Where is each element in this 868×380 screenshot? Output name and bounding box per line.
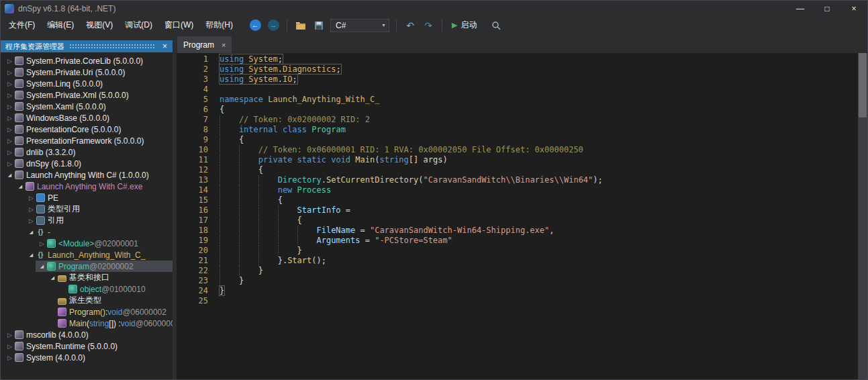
tree-item[interactable]: 派生类型: [1, 295, 173, 306]
line-number[interactable]: 24: [177, 286, 220, 296]
tree-item[interactable]: Main(string[]) : void @06000001: [1, 318, 173, 329]
code-line[interactable]: 8internal class Program: [177, 125, 858, 135]
tab-program[interactable]: Program ×: [177, 36, 232, 53]
tree-item[interactable]: ▷mscorlib (4.0.0.0): [1, 329, 173, 340]
line-number[interactable]: 15: [177, 195, 220, 205]
line-number[interactable]: 18: [177, 226, 220, 236]
code-line[interactable]: 25: [177, 296, 858, 306]
expand-icon[interactable]: ▷: [5, 138, 14, 144]
expand-icon[interactable]: ▷: [5, 69, 14, 76]
tree-item[interactable]: ◢基类和接口: [1, 272, 173, 283]
maximize-button[interactable]: □: [814, 1, 840, 16]
tree-item[interactable]: ▷System.Private.CoreLib (5.0.0.0): [1, 55, 173, 66]
expand-icon[interactable]: ▷: [5, 103, 14, 110]
expand-icon[interactable]: ▷: [27, 195, 36, 201]
line-number[interactable]: 2: [177, 64, 220, 75]
tree-item[interactable]: ▷WindowsBase (5.0.0.0): [1, 112, 173, 124]
code-line[interactable]: 1using System;: [177, 54, 858, 64]
tree-item[interactable]: ▷引用: [1, 215, 173, 226]
tree-item[interactable]: ▷System.Xaml (5.0.0.0): [1, 101, 173, 112]
tree-item[interactable]: ◢{}-: [1, 226, 173, 238]
code-line[interactable]: 23}: [177, 276, 858, 286]
line-number[interactable]: 3: [177, 75, 220, 85]
scrollbar-thumb[interactable]: [859, 53, 867, 117]
collapse-icon[interactable]: ◢: [27, 230, 36, 235]
code-line[interactable]: 6{: [177, 105, 858, 115]
tree-item[interactable]: ▷dnSpy (6.1.8.0): [1, 158, 173, 169]
line-number[interactable]: 4: [177, 85, 220, 95]
line-number[interactable]: 5: [177, 95, 220, 105]
code-line[interactable]: 21}.Start();: [177, 256, 858, 266]
expand-icon[interactable]: ▷: [5, 343, 14, 350]
code-line[interactable]: 17{: [177, 216, 858, 226]
undo-button[interactable]: ↶: [403, 18, 417, 33]
assembly-explorer-header[interactable]: 程序集资源管理器 ×: [1, 40, 173, 52]
menu-item[interactable]: 帮助(H): [199, 16, 239, 34]
code-line[interactable]: 11private static void Main(string[] args…: [177, 155, 858, 165]
tree-item[interactable]: ◢{}Launch_Anything_With_C_: [1, 249, 173, 260]
expand-icon[interactable]: ▷: [5, 354, 14, 361]
expand-icon[interactable]: ▷: [38, 240, 46, 247]
line-number[interactable]: 16: [177, 205, 220, 216]
code-line[interactable]: 13Directory.SetCurrentDirectory("Caravan…: [177, 175, 858, 185]
code-line[interactable]: 2using System.Diagnostics;: [177, 64, 858, 75]
line-number[interactable]: 14: [177, 185, 220, 195]
expand-icon[interactable]: ▷: [5, 332, 14, 338]
expand-icon[interactable]: ▷: [5, 115, 14, 122]
menu-item[interactable]: 视图(V): [80, 16, 119, 34]
line-number[interactable]: 11: [177, 155, 220, 165]
code-line[interactable]: 24}: [177, 286, 858, 296]
tree-item[interactable]: ▷PresentationCore (5.0.0.0): [1, 124, 173, 135]
line-number[interactable]: 9: [177, 135, 220, 145]
menu-item[interactable]: 文件(F): [3, 16, 41, 34]
navigate-back-button[interactable]: ←: [248, 18, 262, 33]
expand-icon[interactable]: ▷: [5, 160, 14, 167]
language-combobox[interactable]: C# ▼: [330, 19, 389, 32]
code-line[interactable]: 14new Process: [177, 185, 858, 195]
expand-icon[interactable]: ▷: [27, 206, 36, 213]
expand-icon[interactable]: ▷: [5, 58, 14, 64]
editor-scrollbar[interactable]: [858, 53, 867, 379]
tree-item[interactable]: Program() : void @06000002: [1, 306, 173, 318]
panel-close-icon[interactable]: ×: [160, 42, 169, 51]
tree-item[interactable]: ▷<Module> @02000001: [1, 238, 173, 249]
line-number[interactable]: 20: [177, 246, 220, 256]
line-number[interactable]: 12: [177, 165, 220, 175]
expand-icon[interactable]: ▷: [5, 149, 14, 156]
line-number[interactable]: 23: [177, 276, 220, 286]
collapse-icon[interactable]: ◢: [27, 252, 36, 258]
line-number[interactable]: 7: [177, 115, 220, 125]
collapse-icon[interactable]: ◢: [38, 264, 46, 269]
line-number[interactable]: 13: [177, 175, 220, 185]
line-number[interactable]: 10: [177, 145, 220, 155]
menu-item[interactable]: 窗口(W): [158, 16, 199, 34]
code-line[interactable]: 12{: [177, 165, 858, 175]
expand-icon[interactable]: ▷: [5, 92, 14, 99]
code-line[interactable]: 4: [177, 85, 858, 95]
tree-item[interactable]: ▷类型引用: [1, 203, 173, 215]
tree-item[interactable]: ▷System.Linq (5.0.0.0): [1, 78, 173, 89]
code-line[interactable]: 16StartInfo =: [177, 205, 858, 216]
code-line[interactable]: 20}: [177, 246, 858, 256]
expand-icon[interactable]: ▷: [27, 218, 36, 224]
line-number[interactable]: 21: [177, 256, 220, 266]
tree-item[interactable]: ▷System.Private.Xml (5.0.0.0): [1, 89, 173, 101]
line-number[interactable]: 1: [177, 54, 220, 64]
save-all-button[interactable]: [312, 18, 326, 33]
close-button[interactable]: ×: [840, 1, 867, 16]
code-line[interactable]: 15{: [177, 195, 858, 205]
tab-close-icon[interactable]: ×: [222, 41, 226, 49]
code-line[interactable]: 3using System.IO;: [177, 75, 858, 85]
line-number[interactable]: 25: [177, 296, 220, 306]
code-line[interactable]: 18FileName = "CaravanSandWitch-Win64-Shi…: [177, 226, 858, 236]
tree-item[interactable]: object @01000010: [1, 283, 173, 295]
tree-item[interactable]: ▷System.Private.Uri (5.0.0.0): [1, 66, 173, 78]
line-number[interactable]: 6: [177, 105, 220, 115]
tree-item[interactable]: ◢Program @02000002: [1, 260, 173, 272]
tree-item[interactable]: ◢Launch Anything With C#.exe: [1, 181, 173, 192]
line-number[interactable]: 8: [177, 125, 220, 135]
tree-item[interactable]: ▷System.Runtime (5.0.0.0): [1, 340, 173, 352]
minimize-button[interactable]: —: [787, 1, 814, 16]
tree-item[interactable]: ◢Launch Anything With C# (1.0.0.0): [1, 169, 173, 181]
code-line[interactable]: 10// Token: 0x06000001 RID: 1 RVA: 0x000…: [177, 145, 858, 155]
